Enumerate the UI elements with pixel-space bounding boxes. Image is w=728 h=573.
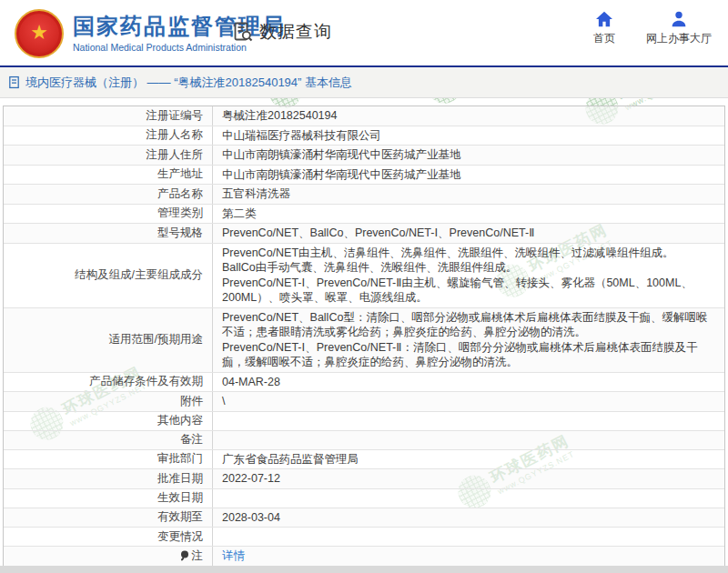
row-label: 附件 (4, 392, 213, 411)
nav-home-label: 首页 (593, 31, 615, 46)
row-value (213, 489, 724, 508)
row-label: 适用范围/预期用途 (4, 308, 213, 372)
row-label: 注册人住所 (4, 146, 213, 165)
row-value (213, 431, 724, 449)
table-row: 生效日期 (4, 489, 724, 508)
table-row: 管理类别第二类 (4, 205, 724, 225)
table-row: 型号规格PrevenCo/NET、BallCo、PrevenCo/NET-Ⅰ、P… (4, 224, 724, 244)
row-label: 生效日期 (4, 489, 213, 508)
row-value (213, 412, 724, 430)
table-row: 结构及组成/主要组成成分PrevenCo/NET由主机、洁鼻组件、洗鼻组件、洗眼… (4, 244, 724, 308)
table-row: 注册人名称中山瑞福医疗器械科技有限公司 (4, 126, 724, 146)
table-row: 其他内容 (4, 412, 724, 431)
row-label: 注册证编号 (4, 106, 213, 126)
section-title: 数据查询 (259, 20, 332, 44)
row-label: 型号规格 (4, 224, 213, 243)
row-label: 备注 (4, 431, 213, 449)
row-label: 管理类别 (4, 205, 213, 224)
table-row: 变更情况 (4, 528, 724, 547)
breadcrumb: 境内医疗器械（注册） —— “粤械注准20182540194” 基本信息 (0, 67, 728, 98)
row-value: 中山瑞福医疗器械科技有限公司 (213, 126, 724, 146)
row-value: 2022-07-12 (213, 469, 724, 488)
home-icon (595, 11, 613, 27)
row-label: 有效期至 (4, 508, 213, 528)
table-row: 注详情 (4, 547, 724, 566)
details-link[interactable]: 详情 (222, 548, 245, 564)
row-value: PrevenCo/NET由主机、洁鼻组件、洗鼻组件、洗眼组件、洗喉组件、过滤减噪… (213, 244, 724, 307)
row-value: PrevenCo/NET、BallCo型：清除口、咽部分泌物或扁桃体术后扁桃体表… (213, 308, 724, 372)
row-label: 批准日期 (4, 469, 213, 488)
row-value: 04-MAR-28 (213, 373, 724, 392)
nav-online-hall[interactable]: 网上办事大厅 (646, 11, 712, 46)
row-label: 产品名称 (4, 185, 213, 204)
row-label: 结构及组成/主要组成成分 (4, 244, 213, 307)
row-value: 中山市南朗镇濠涌村华南现代中医药城产业基地 (213, 146, 724, 165)
row-label: 注册人名称 (4, 126, 213, 146)
table-row: 备注 (4, 431, 724, 450)
row-value (213, 528, 724, 546)
table-row: 审批部门广东省食品药品监督管理局 (4, 450, 724, 470)
row-value: \ (213, 392, 724, 411)
table-row: 注册人住所中山市南朗镇濠涌村华南现代中医药城产业基地 (4, 146, 724, 166)
row-value: 中山市南朗镇濠涌村华南现代中医药城产业基地 (213, 166, 724, 185)
table-row: 产品名称五官科清洗器 (4, 185, 724, 205)
table-row: 适用范围/预期用途PrevenCo/NET、BallCo型：清除口、咽部分泌物或… (4, 308, 724, 373)
national-emblem-logo: ★ (15, 9, 64, 58)
row-label: 生产地址 (4, 166, 213, 185)
table-row: 注册证编号粤械注准20182540194 (4, 106, 724, 126)
row-value: 粤械注准20182540194 (213, 106, 724, 126)
table-row: 生产地址中山市南朗镇濠涌村华南现代中医药城产业基地 (4, 166, 724, 186)
table-row: 附件\ (4, 392, 724, 412)
nav-home[interactable]: 首页 (593, 11, 615, 46)
person-icon (670, 11, 688, 27)
note-icon (180, 550, 189, 561)
row-label: 注 (4, 547, 213, 566)
row-value: PrevenCo/NET、BallCo、PrevenCo/NET-Ⅰ、Preve… (213, 224, 724, 243)
row-value: 广东省食品药品监督管理局 (213, 450, 724, 469)
table-row: 批准日期2022-07-12 (4, 469, 724, 489)
data-query-section: 数据查询 (232, 20, 332, 44)
row-label: 审批部门 (4, 450, 213, 469)
table-row: 有效期至2028-03-04 (4, 508, 724, 528)
row-label: 变更情况 (4, 528, 213, 546)
footer-strip (0, 566, 728, 573)
data-query-icon (232, 21, 254, 43)
row-value: 第二类 (213, 205, 724, 224)
header: ★ 国家药品监督管理局 National Medical Products Ad… (0, 0, 728, 67)
row-value: 2028-03-04 (213, 508, 724, 528)
nav-online-hall-label: 网上办事大厅 (646, 31, 712, 46)
row-value: 详情 (213, 547, 724, 566)
row-label: 其他内容 (4, 412, 213, 430)
table-row: 产品储存条件及有效期04-MAR-28 (4, 373, 724, 393)
breadcrumb-text: 境内医疗器械（注册） —— “粤械注准20182540194” 基本信息 (25, 75, 352, 91)
info-table: 注册证编号粤械注准20182540194注册人名称中山瑞福医疗器械科技有限公司注… (3, 106, 725, 567)
page-icon (7, 75, 21, 89)
page: 环球医药网www.QGYYZS.NET 环球医药网www.QGYYZS.NET … (0, 0, 728, 573)
row-label: 产品储存条件及有效期 (4, 373, 213, 392)
header-nav: 首页 网上办事大厅 (593, 11, 712, 46)
row-value: 五官科清洗器 (213, 185, 724, 204)
